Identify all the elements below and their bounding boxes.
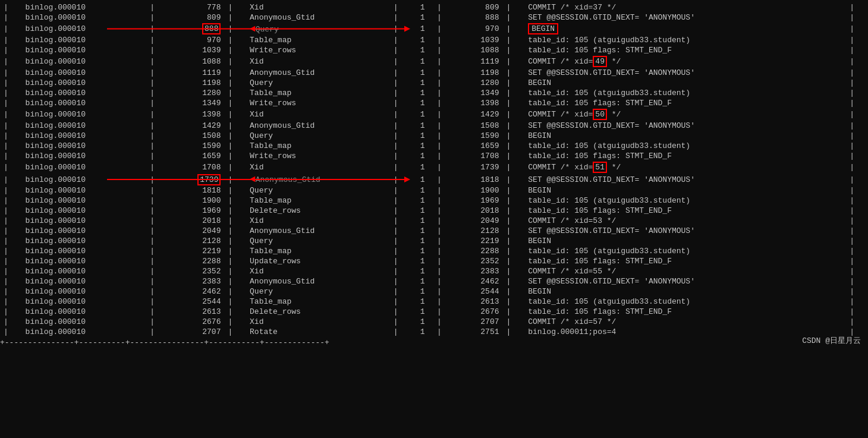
sep5: | xyxy=(433,297,455,307)
col-info: BEGIN xyxy=(524,78,846,88)
sep2: | xyxy=(146,256,168,266)
sep2: | xyxy=(146,246,168,256)
col-end: 1818 xyxy=(455,174,503,185)
table-row: | binlog.000010 | 1508 | Query | 1 | 159… xyxy=(0,131,868,141)
sep2: | xyxy=(146,98,168,108)
sep4: | xyxy=(390,98,412,108)
sep1: | xyxy=(0,12,22,23)
table-row: | binlog.000010 | 1198 | Query | 1 | 128… xyxy=(0,78,868,88)
col-pos: 2219 xyxy=(168,246,225,256)
col-log: binlog.000010 xyxy=(22,78,147,88)
table-row: | binlog.000010 | 1900 | Table_map | 1 |… xyxy=(0,196,868,206)
col-svid: 1 xyxy=(411,226,433,236)
sep5: | xyxy=(433,246,455,256)
table-row: | binlog.000010 | 1119 | Anonymous_Gtid … xyxy=(0,68,868,78)
sep1: | xyxy=(0,307,22,317)
table-row: | binlog.000010 | 1398 | Xid | 1 | 1429 … xyxy=(0,108,868,121)
col-log: binlog.000010 xyxy=(22,286,147,297)
table-row: | binlog.000010 | 1429 | Anonymous_Gtid … xyxy=(0,121,868,131)
table-row: | binlog.000010 | 1818 | Query | 1 | 190… xyxy=(0,185,868,196)
col-end: 970 xyxy=(455,23,503,35)
sep5: | xyxy=(433,141,455,151)
col-pos: 970 xyxy=(168,35,225,45)
col-log: binlog.000010 xyxy=(22,35,147,45)
col-pos: 1280 xyxy=(168,88,225,98)
table-row: | binlog.000010 | 2352 | Xid | 1 | 2383 … xyxy=(0,266,868,276)
col-end: 2219 xyxy=(455,236,503,246)
col-info: BEGIN xyxy=(524,236,846,246)
sep7: | xyxy=(846,297,868,307)
sep5: | xyxy=(433,256,455,266)
sep3: | xyxy=(224,78,246,88)
col-end: 1088 xyxy=(455,45,503,55)
sep7: | xyxy=(846,78,868,88)
col-pos: 1039 xyxy=(168,45,225,55)
table-row: | binlog.000010 | 2544 | Table_map | 1 |… xyxy=(0,297,868,307)
col-svid: 1 xyxy=(411,108,433,121)
sep2: | xyxy=(146,297,168,307)
table-row: | binlog.000010 | 2219 | Table_map | 1 |… xyxy=(0,246,868,256)
sep1: | xyxy=(0,141,22,151)
col-info: table_id: 105 (atguigudb33.student) xyxy=(524,88,846,98)
col-svid: 1 xyxy=(411,307,433,317)
sep6: | xyxy=(503,131,525,141)
col-event: ◄Query xyxy=(246,23,390,35)
col-pos: 2613 xyxy=(168,307,225,317)
sep6: | xyxy=(503,2,525,12)
col-pos: 1198 xyxy=(168,78,225,88)
sep6: | xyxy=(503,236,525,246)
col-log: binlog.000010 xyxy=(22,226,147,236)
col-pos: 1398 xyxy=(168,108,225,121)
col-svid: 1 xyxy=(411,246,433,256)
table-row: | binlog.000010 | 1039 | Write_rows | 1 … xyxy=(0,45,868,55)
col-info: table_id: 105 (atguigudb33.student) xyxy=(524,35,846,45)
sep2: | xyxy=(146,327,168,337)
col-event: Table_map xyxy=(246,88,390,98)
col-log: binlog.000010 xyxy=(22,45,147,55)
col-log: binlog.000010 xyxy=(22,266,147,276)
sep2: | xyxy=(146,266,168,276)
sep2: | xyxy=(146,23,168,35)
sep6: | xyxy=(503,327,525,337)
sep4: | xyxy=(390,196,412,206)
sep4: | xyxy=(390,12,412,23)
col-svid: 1 xyxy=(411,23,433,35)
sep1: | xyxy=(0,88,22,98)
col-event: Query xyxy=(246,131,390,141)
bottom-separator: +---------------+----------+------------… xyxy=(0,337,868,348)
col-svid: 1 xyxy=(411,276,433,286)
sep1: | xyxy=(0,196,22,206)
col-svid: 1 xyxy=(411,78,433,88)
col-end: 888 xyxy=(455,12,503,23)
sep1: | xyxy=(0,297,22,307)
sep2: | xyxy=(146,161,168,174)
sep5: | xyxy=(433,185,455,196)
col-info: BEGIN xyxy=(524,131,846,141)
sep7: | xyxy=(846,246,868,256)
sep5: | xyxy=(433,161,455,174)
col-svid: 1 xyxy=(411,196,433,206)
col-svid: 1 xyxy=(411,327,433,337)
col-end: 2751 xyxy=(455,327,503,337)
col-event: Query xyxy=(246,236,390,246)
sep1: | xyxy=(0,246,22,256)
col-svid: 1 xyxy=(411,45,433,55)
sep6: | xyxy=(503,266,525,276)
sep2: | xyxy=(146,206,168,216)
sep3: | xyxy=(224,161,246,174)
sep5: | xyxy=(433,12,455,23)
event-strikethrough: Query xyxy=(256,25,279,34)
col-log: binlog.000010 xyxy=(22,161,147,174)
col-info: table_id: 105 flags: STMT_END_F xyxy=(524,45,846,55)
col-end: 809 xyxy=(455,2,503,12)
sep1: | xyxy=(0,55,22,68)
sep6: | xyxy=(503,246,525,256)
col-end: 1039 xyxy=(455,35,503,45)
col-event: ◄Anonymous_Gtid xyxy=(246,174,390,185)
sep3: | xyxy=(224,68,246,78)
sep7: | xyxy=(846,88,868,98)
sep5: | xyxy=(433,317,455,327)
col-svid: 1 xyxy=(411,12,433,23)
sep3: | xyxy=(224,141,246,151)
table-row: | binlog.000010 | 2613 | Delete_rows | 1… xyxy=(0,307,868,317)
